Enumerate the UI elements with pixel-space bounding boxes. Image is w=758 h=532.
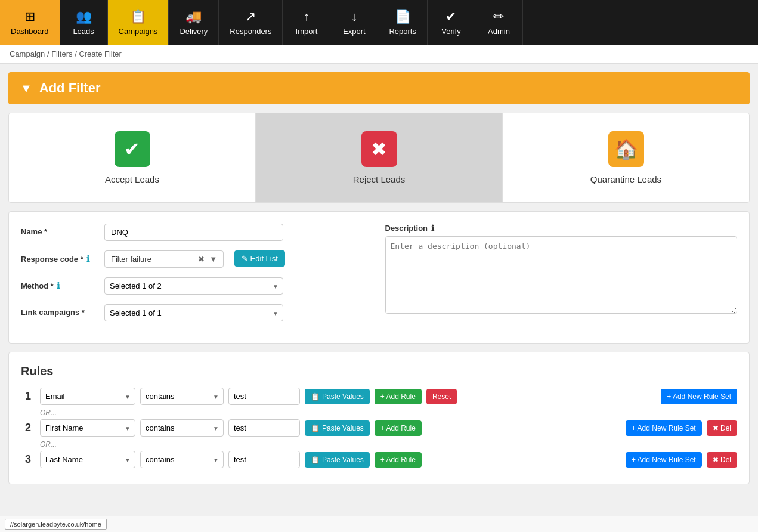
import-icon: ↑ bbox=[303, 9, 310, 24]
nav-verify[interactable]: ✔ Verify bbox=[428, 0, 475, 45]
method-label: Method * ℹ bbox=[21, 277, 98, 290]
filter-card-accept[interactable]: ✔ Accept Leads bbox=[9, 113, 256, 202]
rules-title: Rules bbox=[21, 364, 737, 378]
page-title: Add Filter bbox=[39, 81, 101, 96]
rule-3-del-button[interactable]: ✖ Del bbox=[707, 452, 737, 468]
filter-cards: ✔ Accept Leads ✖ Reject Leads 🏠 Quaranti… bbox=[8, 113, 750, 203]
rule-3-condition-wrap: contains equals bbox=[140, 451, 224, 468]
breadcrumb: Campaign / Filters / Create Filter bbox=[0, 45, 758, 64]
admin-icon: ✏ bbox=[493, 9, 504, 24]
breadcrumb-campaign[interactable]: Campaign bbox=[10, 50, 45, 58]
response-code-label: Response code * ℹ bbox=[21, 250, 98, 264]
rule-row-3: 3 Email First Name Last Name contains eq… bbox=[21, 451, 737, 468]
quarantine-icon: 🏠 bbox=[608, 131, 644, 167]
response-code-select[interactable]: Filter failure ✖ ▼ bbox=[104, 250, 224, 268]
rule-1-reset-button[interactable]: Reset bbox=[426, 389, 457, 404]
nav-delivery[interactable]: 🚚 Delivery bbox=[169, 0, 219, 45]
rule-2-condition-select[interactable]: contains equals bbox=[140, 419, 224, 437]
rule-3-value-input[interactable] bbox=[228, 451, 300, 468]
responders-icon: ↗ bbox=[245, 9, 256, 24]
rule-2-del-button[interactable]: ✖ Del bbox=[707, 420, 737, 436]
nav-responders-label: Responders bbox=[230, 27, 271, 36]
export-icon: ↓ bbox=[351, 9, 357, 24]
link-campaigns-select-wrap: Selected 1 of 1 bbox=[104, 304, 283, 321]
rules-section: Rules 1 Email First Name Last Name conta… bbox=[8, 352, 750, 484]
nav-campaigns[interactable]: 📋 Campaigns bbox=[108, 0, 169, 45]
filter-card-reject[interactable]: ✖ Reject Leads bbox=[256, 113, 503, 202]
page-header: ▼ Add Filter bbox=[8, 72, 750, 104]
nav-export-label: Export bbox=[343, 27, 366, 36]
nav-reports-label: Reports bbox=[389, 27, 416, 36]
rule-2-condition-wrap: contains equals bbox=[140, 419, 224, 437]
link-campaigns-label: Link campaigns * bbox=[21, 304, 98, 317]
nav-admin[interactable]: ✏ Admin bbox=[475, 0, 523, 45]
rule-1-field-select[interactable]: Email First Name Last Name bbox=[40, 388, 135, 405]
rule-2-add-rule-set-button[interactable]: + Add New Rule Set bbox=[626, 420, 702, 436]
leads-icon: 👥 bbox=[76, 9, 92, 24]
rule-2-value-input[interactable] bbox=[228, 419, 300, 437]
rule-1-add-rule-set-button[interactable]: + Add New Rule Set bbox=[661, 389, 737, 404]
link-campaigns-select[interactable]: Selected 1 of 1 bbox=[104, 304, 283, 321]
rule-1-value-input[interactable] bbox=[228, 388, 300, 405]
rule-1-paste-button[interactable]: 📋 Paste Values bbox=[305, 389, 370, 404]
nav-verify-label: Verify bbox=[441, 27, 461, 36]
nav-leads-label: Leads bbox=[73, 27, 94, 36]
nav-import-label: Import bbox=[296, 27, 318, 36]
filter-card-quarantine[interactable]: 🏠 Quarantine Leads bbox=[503, 113, 749, 202]
nav-dashboard-label: Dashboard bbox=[11, 27, 49, 36]
paste-icon-2: 📋 bbox=[311, 424, 320, 432]
nav-leads[interactable]: 👥 Leads bbox=[60, 0, 108, 45]
rule-3-field-select[interactable]: Email First Name Last Name bbox=[40, 451, 135, 468]
description-textarea[interactable] bbox=[385, 236, 738, 314]
rule-3-paste-button[interactable]: 📋 Paste Values bbox=[305, 452, 370, 468]
rule-1-add-rule-button[interactable]: + Add Rule bbox=[375, 389, 422, 404]
accept-label: Accept Leads bbox=[105, 174, 159, 184]
reports-icon: 📄 bbox=[395, 9, 411, 24]
nav-import[interactable]: ↑ Import bbox=[283, 0, 330, 45]
method-select-wrap: Selected 1 of 2 bbox=[104, 277, 283, 295]
rule-3-add-rule-set-button[interactable]: + Add New Rule Set bbox=[626, 452, 702, 468]
rule-3-field-wrap: Email First Name Last Name bbox=[40, 451, 135, 468]
nav-delivery-label: Delivery bbox=[180, 27, 208, 36]
nav-reports[interactable]: 📄 Reports bbox=[378, 0, 428, 45]
nav-responders[interactable]: ↗ Responders bbox=[219, 0, 283, 45]
delivery-icon: 🚚 bbox=[185, 9, 202, 24]
rule-row-1: 1 Email First Name Last Name contains eq… bbox=[21, 388, 737, 405]
name-input[interactable] bbox=[104, 224, 283, 241]
nav-admin-label: Admin bbox=[488, 27, 510, 36]
quarantine-label: Quarantine Leads bbox=[590, 174, 661, 184]
response-code-row: Response code * ℹ Filter failure ✖ ▼ ✎ E… bbox=[21, 250, 373, 268]
reject-label: Reject Leads bbox=[353, 174, 406, 184]
rule-number-2: 2 bbox=[21, 422, 35, 434]
or-divider-1: OR... bbox=[40, 409, 737, 417]
rule-3-condition-select[interactable]: contains equals bbox=[140, 451, 224, 468]
rule-3-add-rule-button[interactable]: + Add Rule bbox=[375, 452, 422, 468]
edit-list-button[interactable]: ✎ Edit List bbox=[234, 250, 285, 267]
response-code-arrow-icon: ▼ bbox=[209, 255, 217, 264]
description-info-icon[interactable]: ℹ bbox=[431, 224, 434, 233]
name-label: Name * bbox=[21, 224, 98, 236]
campaigns-icon: 📋 bbox=[130, 9, 146, 24]
rule-2-add-rule-button[interactable]: + Add Rule bbox=[375, 420, 422, 436]
rule-1-condition-wrap: contains equals bbox=[140, 388, 224, 405]
rule-number-1: 1 bbox=[21, 390, 35, 403]
response-code-info-icon[interactable]: ℹ bbox=[86, 254, 89, 264]
filter-icon: ▼ bbox=[20, 82, 32, 95]
method-info-icon[interactable]: ℹ bbox=[57, 281, 60, 290]
breadcrumb-filters[interactable]: Filters bbox=[51, 50, 72, 58]
nav-export[interactable]: ↓ Export bbox=[330, 0, 378, 45]
rule-1-condition-select[interactable]: contains equals bbox=[140, 388, 224, 405]
response-code-clear-btn[interactable]: ✖ bbox=[198, 255, 205, 264]
paste-icon-1: 📋 bbox=[311, 392, 320, 401]
form-section: Name * Response code * ℹ Filter failure … bbox=[8, 211, 750, 344]
response-code-value: Filter failure bbox=[111, 255, 151, 264]
method-select[interactable]: Selected 1 of 2 bbox=[104, 277, 283, 295]
rule-2-field-select[interactable]: Email First Name Last Name bbox=[40, 419, 135, 437]
nav-dashboard[interactable]: ⊞ Dashboard bbox=[0, 0, 60, 45]
name-row: Name * bbox=[21, 224, 373, 241]
rule-2-paste-button[interactable]: 📋 Paste Values bbox=[305, 420, 370, 436]
breadcrumb-current: Create Filter bbox=[79, 50, 122, 58]
reject-icon: ✖ bbox=[361, 131, 397, 167]
dashboard-icon: ⊞ bbox=[24, 9, 35, 24]
rule-number-3: 3 bbox=[21, 453, 35, 466]
